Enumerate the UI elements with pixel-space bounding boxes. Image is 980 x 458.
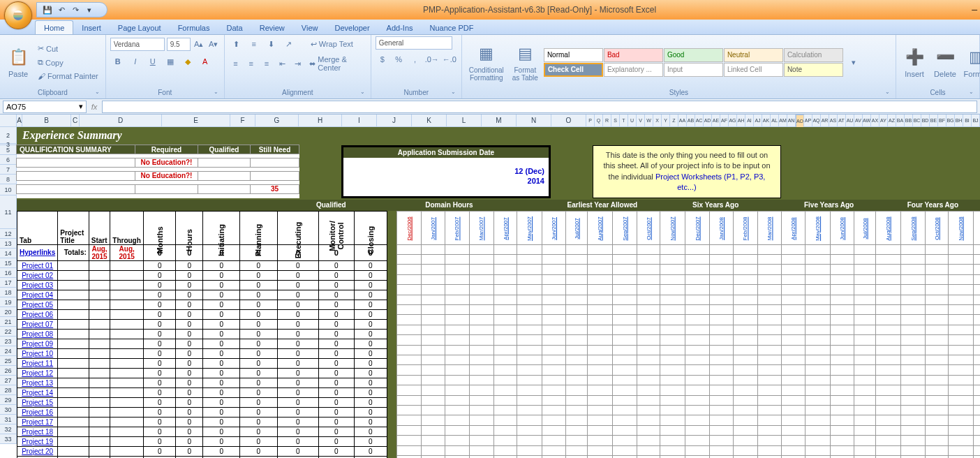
month-cell[interactable] [517, 385, 542, 395]
month-cell[interactable] [422, 265, 445, 274]
month-cell[interactable] [949, 406, 973, 415]
cell[interactable] [89, 309, 110, 319]
month-cell[interactable] [805, 365, 830, 375]
row-5[interactable]: 5 [0, 145, 17, 155]
month-cell[interactable] [733, 456, 757, 458]
month-cell[interactable] [612, 456, 637, 458]
row-26[interactable]: 26 [0, 366, 17, 376]
month-cell[interactable] [493, 375, 517, 385]
month-cell[interactable] [949, 265, 973, 274]
month-cell[interactable] [445, 295, 470, 304]
month-cell[interactable] [542, 305, 566, 315]
cell[interactable] [110, 309, 144, 319]
month-cell[interactable] [805, 406, 830, 415]
percent-icon[interactable]: % [392, 52, 406, 67]
row-21[interactable]: 21 [0, 317, 17, 327]
month-cell[interactable] [900, 244, 925, 254]
month-cell[interactable] [685, 305, 709, 315]
month-cell[interactable] [757, 254, 782, 264]
month-cell[interactable] [445, 274, 470, 284]
month-cell[interactable] [660, 375, 685, 385]
align-bottom-icon[interactable]: ⬇ [264, 36, 279, 52]
row-18[interactable]: 18 [0, 288, 17, 297]
row-31[interactable]: 31 [0, 415, 17, 424]
month-cell[interactable] [733, 244, 757, 254]
col-AJ[interactable]: AJ [754, 114, 762, 127]
month-cell[interactable] [542, 315, 566, 325]
format-button[interactable]: ▥Format [962, 45, 980, 80]
cell[interactable] [110, 387, 144, 397]
cell[interactable] [58, 358, 89, 368]
cell[interactable] [58, 397, 89, 407]
month-cell[interactable] [782, 274, 805, 284]
cell-styles-gallery[interactable]: NormalBadGoodNeutralCalculationCheck Cel… [544, 48, 843, 77]
month-cell[interactable] [660, 325, 685, 334]
month-cell[interactable] [925, 265, 948, 274]
col-BG[interactable]: BG [946, 114, 955, 127]
col-I[interactable]: I [342, 114, 377, 127]
cell[interactable] [110, 407, 144, 417]
month-cell[interactable] [566, 325, 588, 334]
month-cell[interactable] [612, 335, 637, 345]
month-cell[interactable] [445, 335, 470, 345]
month-cell[interactable] [588, 375, 612, 385]
col-X[interactable]: X [653, 114, 662, 127]
month-cell[interactable] [709, 345, 733, 355]
align-right-icon[interactable]: ≡ [260, 56, 273, 71]
cell[interactable] [110, 427, 144, 436]
month-cell[interactable] [542, 375, 566, 385]
month-cell[interactable] [685, 335, 709, 345]
project-link[interactable]: Project 09 [17, 339, 58, 348]
cell[interactable] [89, 368, 110, 378]
month-cell[interactable] [469, 425, 493, 435]
col-Z[interactable]: Z [670, 114, 678, 127]
col-K[interactable]: K [412, 114, 447, 127]
month-cell[interactable] [469, 244, 493, 254]
month-cell[interactable] [612, 415, 637, 425]
month-cell[interactable] [709, 295, 733, 304]
month-cell[interactable] [493, 254, 517, 264]
month-cell[interactable] [493, 406, 517, 415]
month-cell[interactable] [566, 395, 588, 405]
month-cell[interactable] [900, 274, 925, 284]
tab-data[interactable]: Data [218, 21, 251, 34]
row-33[interactable]: 33 [0, 434, 17, 444]
month-cell[interactable] [445, 285, 470, 295]
month-cell[interactable] [733, 385, 757, 395]
month-cell[interactable] [925, 436, 948, 445]
month-cell[interactable] [900, 295, 925, 304]
month-cell[interactable] [854, 315, 876, 325]
month-cell[interactable] [612, 375, 637, 385]
month-cell[interactable] [900, 445, 925, 455]
cell[interactable] [89, 358, 110, 368]
month-cell[interactable] [469, 325, 493, 334]
cut-button[interactable]: ✂Cut [35, 43, 101, 54]
cell[interactable] [58, 427, 89, 436]
month-cell[interactable] [805, 325, 830, 334]
month-cell[interactable] [757, 365, 782, 375]
month-cell[interactable] [925, 355, 948, 365]
month-cell[interactable] [876, 425, 900, 435]
cell[interactable] [89, 280, 110, 290]
month-cell[interactable] [685, 456, 709, 458]
styles-more-icon[interactable]: ▾ [846, 54, 861, 70]
cell[interactable] [89, 417, 110, 427]
month-cell[interactable] [542, 355, 566, 365]
month-cell[interactable] [612, 315, 637, 325]
tab-developer[interactable]: Developer [326, 21, 378, 34]
month-cell[interactable] [493, 345, 517, 355]
month-cell[interactable] [396, 254, 421, 264]
col-AT[interactable]: AT [838, 114, 846, 127]
dec-decimal-icon[interactable]: ←.0 [442, 52, 457, 67]
month-cell[interactable] [973, 325, 980, 334]
month-cell[interactable] [517, 456, 542, 458]
month-cell[interactable] [733, 265, 757, 274]
month-cell[interactable] [805, 445, 830, 455]
col-C[interactable]: C [71, 114, 80, 127]
month-cell[interactable] [805, 395, 830, 405]
month-cell[interactable] [757, 395, 782, 405]
month-cell[interactable] [660, 335, 685, 345]
month-cell[interactable] [566, 436, 588, 445]
cell[interactable] [89, 436, 110, 446]
month-cell[interactable] [637, 406, 660, 415]
